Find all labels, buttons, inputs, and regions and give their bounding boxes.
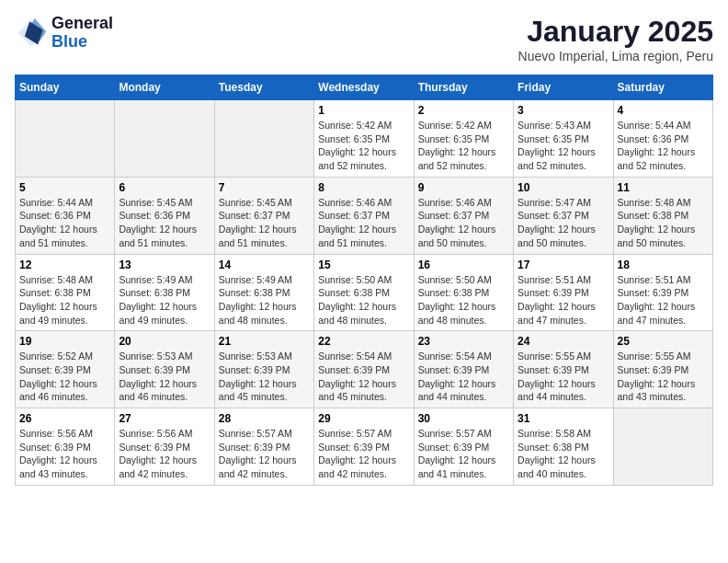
day-info: Sunrise: 5:44 AM Sunset: 6:36 PM Dayligh…: [19, 196, 110, 250]
calendar-cell: 31Sunrise: 5:58 AM Sunset: 6:38 PM Dayli…: [514, 408, 613, 486]
calendar-cell: 23Sunrise: 5:54 AM Sunset: 6:39 PM Dayli…: [414, 331, 513, 408]
day-info: Sunrise: 5:53 AM Sunset: 6:39 PM Dayligh…: [219, 350, 310, 404]
day-info: Sunrise: 5:51 AM Sunset: 6:39 PM Dayligh…: [618, 273, 709, 327]
day-of-week-header: Monday: [115, 75, 214, 100]
day-number: 31: [518, 412, 609, 425]
day-of-week-header: Thursday: [414, 75, 513, 100]
day-number: 28: [219, 412, 310, 425]
day-number: 21: [219, 335, 310, 348]
day-number: 15: [318, 259, 409, 271]
calendar-week-row: 1Sunrise: 5:42 AM Sunset: 6:35 PM Daylig…: [16, 100, 713, 178]
calendar-week-row: 12Sunrise: 5:48 AM Sunset: 6:38 PM Dayli…: [16, 254, 713, 331]
day-info: Sunrise: 5:47 AM Sunset: 6:37 PM Dayligh…: [518, 196, 609, 250]
day-info: Sunrise: 5:51 AM Sunset: 6:39 PM Dayligh…: [518, 273, 609, 327]
day-info: Sunrise: 5:45 AM Sunset: 6:36 PM Dayligh…: [119, 196, 210, 250]
day-number: 1: [318, 104, 409, 117]
day-number: 4: [618, 104, 709, 117]
day-number: 20: [119, 335, 210, 348]
calendar-cell: 18Sunrise: 5:51 AM Sunset: 6:39 PM Dayli…: [613, 254, 712, 331]
day-number: 6: [119, 181, 210, 194]
day-number: 24: [518, 335, 609, 348]
day-number: 13: [119, 259, 210, 271]
calendar-header-row: SundayMondayTuesdayWednesdayThursdayFrid…: [16, 75, 713, 100]
day-number: 14: [219, 259, 310, 271]
day-info: Sunrise: 5:54 AM Sunset: 6:39 PM Dayligh…: [418, 350, 509, 404]
calendar-cell: [214, 100, 313, 178]
calendar-week-row: 5Sunrise: 5:44 AM Sunset: 6:36 PM Daylig…: [16, 177, 713, 254]
calendar-cell: 27Sunrise: 5:56 AM Sunset: 6:39 PM Dayli…: [115, 408, 214, 486]
calendar-cell: 5Sunrise: 5:44 AM Sunset: 6:36 PM Daylig…: [16, 177, 115, 254]
logo-text-blue: Blue: [51, 33, 113, 52]
logo: General Blue: [15, 15, 113, 52]
day-number: 25: [618, 335, 709, 348]
calendar-cell: 29Sunrise: 5:57 AM Sunset: 6:39 PM Dayli…: [314, 408, 414, 486]
day-info: Sunrise: 5:48 AM Sunset: 6:38 PM Dayligh…: [618, 196, 709, 250]
day-number: 10: [518, 181, 609, 194]
day-of-week-header: Friday: [514, 75, 613, 100]
day-number: 16: [418, 259, 509, 271]
calendar-cell: 10Sunrise: 5:47 AM Sunset: 6:37 PM Dayli…: [514, 177, 613, 254]
calendar-cell: 30Sunrise: 5:57 AM Sunset: 6:39 PM Dayli…: [414, 408, 513, 486]
day-number: 5: [19, 181, 110, 194]
calendar-cell: 19Sunrise: 5:52 AM Sunset: 6:39 PM Dayli…: [16, 331, 115, 408]
day-info: Sunrise: 5:57 AM Sunset: 6:39 PM Dayligh…: [318, 427, 409, 481]
day-info: Sunrise: 5:49 AM Sunset: 6:38 PM Dayligh…: [219, 273, 310, 327]
calendar-cell: 3Sunrise: 5:43 AM Sunset: 6:35 PM Daylig…: [514, 100, 613, 178]
calendar-cell: 22Sunrise: 5:54 AM Sunset: 6:39 PM Dayli…: [314, 331, 414, 408]
day-info: Sunrise: 5:48 AM Sunset: 6:38 PM Dayligh…: [19, 273, 110, 327]
day-info: Sunrise: 5:56 AM Sunset: 6:39 PM Dayligh…: [19, 427, 110, 481]
day-info: Sunrise: 5:50 AM Sunset: 6:38 PM Dayligh…: [418, 273, 509, 327]
day-number: 18: [618, 259, 709, 271]
day-info: Sunrise: 5:42 AM Sunset: 6:35 PM Dayligh…: [318, 119, 409, 173]
calendar-cell: 11Sunrise: 5:48 AM Sunset: 6:38 PM Dayli…: [613, 177, 712, 254]
title-area: January 2025 Nuevo Imperial, Lima region…: [518, 15, 713, 63]
day-info: Sunrise: 5:54 AM Sunset: 6:39 PM Dayligh…: [318, 350, 409, 404]
calendar-cell: 1Sunrise: 5:42 AM Sunset: 6:35 PM Daylig…: [314, 100, 414, 178]
calendar-cell: 12Sunrise: 5:48 AM Sunset: 6:38 PM Dayli…: [16, 254, 115, 331]
logo-icon: [15, 17, 48, 50]
day-number: 7: [219, 181, 310, 194]
calendar-cell: 17Sunrise: 5:51 AM Sunset: 6:39 PM Dayli…: [514, 254, 613, 331]
day-number: 11: [618, 181, 709, 194]
day-number: 27: [119, 412, 210, 425]
day-info: Sunrise: 5:44 AM Sunset: 6:36 PM Dayligh…: [618, 119, 709, 173]
day-of-week-header: Tuesday: [214, 75, 313, 100]
day-info: Sunrise: 5:55 AM Sunset: 6:39 PM Dayligh…: [618, 350, 709, 404]
location-text: Nuevo Imperial, Lima region, Peru: [518, 49, 713, 63]
day-info: Sunrise: 5:43 AM Sunset: 6:35 PM Dayligh…: [518, 119, 609, 173]
calendar-cell: 24Sunrise: 5:55 AM Sunset: 6:39 PM Dayli…: [514, 331, 613, 408]
calendar-cell: 13Sunrise: 5:49 AM Sunset: 6:38 PM Dayli…: [115, 254, 214, 331]
day-info: Sunrise: 5:45 AM Sunset: 6:37 PM Dayligh…: [219, 196, 310, 250]
page-header: General Blue January 2025 Nuevo Imperial…: [15, 15, 713, 63]
calendar-cell: 21Sunrise: 5:53 AM Sunset: 6:39 PM Dayli…: [214, 331, 313, 408]
calendar-cell: 4Sunrise: 5:44 AM Sunset: 6:36 PM Daylig…: [613, 100, 712, 178]
calendar-cell: 28Sunrise: 5:57 AM Sunset: 6:39 PM Dayli…: [214, 408, 313, 486]
calendar-week-row: 26Sunrise: 5:56 AM Sunset: 6:39 PM Dayli…: [16, 408, 713, 486]
day-number: 26: [19, 412, 110, 425]
day-info: Sunrise: 5:49 AM Sunset: 6:38 PM Dayligh…: [119, 273, 210, 327]
day-info: Sunrise: 5:46 AM Sunset: 6:37 PM Dayligh…: [418, 196, 509, 250]
day-number: 3: [518, 104, 609, 117]
day-number: 12: [19, 259, 110, 271]
day-info: Sunrise: 5:55 AM Sunset: 6:39 PM Dayligh…: [518, 350, 609, 404]
day-info: Sunrise: 5:53 AM Sunset: 6:39 PM Dayligh…: [119, 350, 210, 404]
calendar-cell: 16Sunrise: 5:50 AM Sunset: 6:38 PM Dayli…: [414, 254, 513, 331]
calendar-cell: 14Sunrise: 5:49 AM Sunset: 6:38 PM Dayli…: [214, 254, 313, 331]
calendar-cell: 25Sunrise: 5:55 AM Sunset: 6:39 PM Dayli…: [613, 331, 712, 408]
calendar-cell: [613, 408, 712, 486]
day-number: 19: [19, 335, 110, 348]
logo-text-general: General: [51, 15, 113, 33]
day-info: Sunrise: 5:56 AM Sunset: 6:39 PM Dayligh…: [119, 427, 210, 481]
day-number: 29: [318, 412, 409, 425]
day-info: Sunrise: 5:52 AM Sunset: 6:39 PM Dayligh…: [19, 350, 110, 404]
calendar-cell: 9Sunrise: 5:46 AM Sunset: 6:37 PM Daylig…: [414, 177, 513, 254]
day-of-week-header: Sunday: [16, 75, 115, 100]
day-info: Sunrise: 5:58 AM Sunset: 6:38 PM Dayligh…: [518, 427, 609, 481]
day-number: 9: [418, 181, 509, 194]
calendar-table: SundayMondayTuesdayWednesdayThursdayFrid…: [15, 75, 713, 486]
calendar-cell: 7Sunrise: 5:45 AM Sunset: 6:37 PM Daylig…: [214, 177, 313, 254]
calendar-week-row: 19Sunrise: 5:52 AM Sunset: 6:39 PM Dayli…: [16, 331, 713, 408]
calendar-cell: 20Sunrise: 5:53 AM Sunset: 6:39 PM Dayli…: [115, 331, 214, 408]
day-number: 22: [318, 335, 409, 348]
day-number: 2: [418, 104, 509, 117]
